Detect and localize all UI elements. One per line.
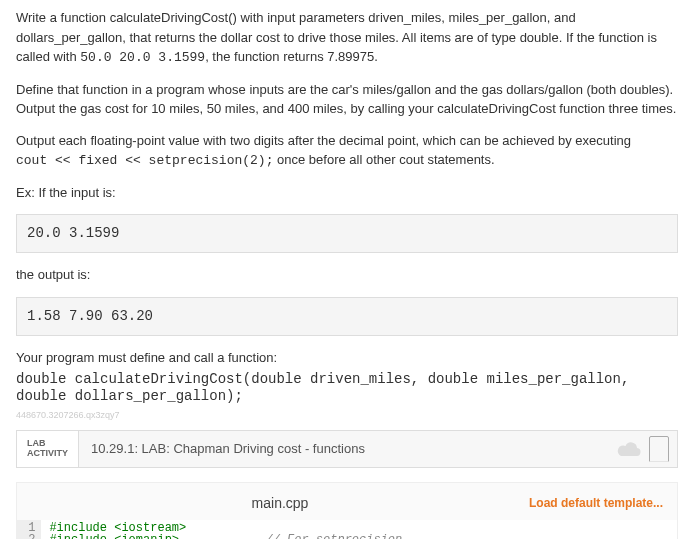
editor-filename: main.cpp	[31, 493, 529, 514]
cloud-icon	[615, 440, 643, 458]
bookmark-icon[interactable]	[649, 436, 669, 462]
lab-activity-tag: LABACTIVITY	[17, 431, 79, 467]
intro-paragraph-3: Output each floating-point value with tw…	[16, 131, 678, 171]
example-output-block: 1.58 7.90 63.20	[16, 297, 678, 336]
lab-header: LABACTIVITY 10.29.1: LAB: Chapman Drivin…	[16, 430, 678, 468]
intro-paragraph-2: Define that function in a program whose …	[16, 80, 678, 119]
output-label: the output is:	[16, 265, 678, 285]
code-editor-panel: main.cpp Load default template... 1 2 3 …	[16, 482, 678, 539]
example-input-block: 20.0 3.1599	[16, 214, 678, 253]
example-input-label: Ex: If the input is:	[16, 183, 678, 203]
function-signature: double calculateDrivingCost(double drive…	[16, 371, 678, 405]
define-function-label: Your program must define and call a func…	[16, 348, 678, 368]
line-gutter: 1 2 3 4 5 6 7 8 9 10 11 12	[17, 520, 41, 539]
load-default-template-link[interactable]: Load default template...	[529, 494, 663, 512]
code-lines[interactable]: #include <iostream> #include <iomanip> /…	[41, 520, 677, 539]
watermark: 448670.3207266.qx3zqy7	[16, 409, 678, 423]
code-editor[interactable]: 1 2 3 4 5 6 7 8 9 10 11 12 #include <ios…	[17, 520, 677, 539]
lab-title: 10.29.1: LAB: Chapman Driving cost - fun…	[79, 431, 607, 467]
intro-paragraph-1: Write a function calculateDrivingCost() …	[16, 8, 678, 68]
